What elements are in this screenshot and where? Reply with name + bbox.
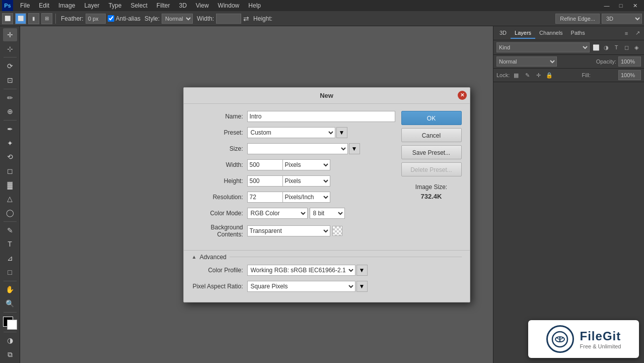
width-combo: Pixels [247, 159, 395, 170]
bg-contents-select[interactable]: Transparent [247, 225, 330, 236]
tool-marquee-col[interactable]: ▮ [28, 13, 39, 24]
tool-mask[interactable]: ◑ [3, 334, 17, 347]
name-row: Name: [192, 111, 395, 122]
tool-gradient[interactable]: ▓ [3, 178, 17, 192]
tool-hand[interactable]: ✋ [3, 283, 17, 296]
size-select[interactable] [247, 143, 348, 154]
preset-dropdown-btn[interactable]: ▼ [336, 127, 347, 138]
filegit-name: FileGit [580, 329, 621, 343]
image-size-value: 732.4K [401, 193, 462, 200]
bit-depth-select[interactable]: 8 bit [310, 208, 345, 219]
tool-text[interactable]: T [3, 238, 17, 251]
anti-alias-checkbox[interactable] [108, 15, 114, 22]
menu-window[interactable]: Window [214, 1, 244, 10]
menu-select[interactable]: Select [126, 1, 151, 10]
height-label: Height: [253, 15, 272, 22]
3d-mode-select[interactable]: 3D [602, 14, 642, 24]
menu-type[interactable]: Type [104, 1, 125, 10]
tool-heal[interactable]: ⊕ [3, 105, 17, 118]
ps-logo: Ps [2, 0, 13, 11]
feather-input[interactable] [86, 14, 106, 24]
tool-marquee-rect[interactable]: ⬜ [2, 13, 13, 24]
bg-combo: Transparent [247, 225, 342, 236]
tool-marquee-active[interactable]: ⬜ [15, 13, 26, 24]
advanced-header[interactable]: ▲ Advanced [192, 254, 462, 261]
style-select[interactable]: Normal [162, 14, 193, 24]
swap-icon[interactable]: ⇄ [243, 15, 249, 23]
menu-view[interactable]: View [192, 1, 213, 10]
tool-screen[interactable]: ⧉ [3, 348, 17, 361]
refine-edge-button[interactable]: Refine Edge... [555, 14, 600, 24]
tool-pen[interactable]: ✎ [3, 224, 17, 237]
ok-button[interactable]: OK [401, 111, 462, 125]
tool-options[interactable]: ⊞ [41, 13, 52, 24]
resolution-unit-select[interactable]: Pixels/Inch [282, 192, 330, 203]
color-boxes[interactable] [3, 317, 17, 330]
tool-stamp[interactable]: ✦ [3, 137, 17, 150]
maximize-button[interactable]: □ [614, 0, 628, 11]
filter-smart-icon[interactable]: ◈ [632, 43, 641, 52]
tool-select[interactable]: ⊹ [3, 42, 17, 55]
menu-image[interactable]: Image [54, 1, 79, 10]
color-profile-select[interactable]: Working RGB: sRGB IEC61966-2.1 [247, 265, 355, 276]
menu-edit[interactable]: Edit [35, 1, 53, 10]
tool-move[interactable]: ✛ [3, 28, 17, 41]
width-row: Width: Pixels [192, 159, 395, 170]
dialog-body: Name: Preset: Custom ▼ Size: [184, 104, 470, 250]
minimize-button[interactable]: — [600, 0, 614, 11]
close-button[interactable]: ✕ [628, 0, 642, 11]
filegit-icon [546, 325, 574, 353]
tool-blur[interactable]: △ [3, 193, 17, 206]
tool-zoom[interactable]: 🔍 [3, 297, 17, 310]
background-color[interactable] [7, 320, 17, 330]
name-input[interactable] [247, 111, 395, 122]
save-preset-button[interactable]: Save Preset... [401, 145, 462, 159]
preset-select[interactable]: Custom [247, 127, 335, 138]
tool-crop[interactable]: ⊡ [3, 74, 17, 87]
tool-brush[interactable]: ✒ [3, 123, 17, 136]
menu-file[interactable]: File [16, 1, 34, 10]
tool-sep-4 [4, 221, 17, 222]
color-mode-select[interactable]: RGB Color [247, 208, 308, 219]
size-dropdown-btn[interactable]: ▼ [349, 143, 360, 154]
dialog-close-button[interactable]: ✕ [458, 91, 467, 100]
tool-sep-6 [4, 312, 17, 313]
menu-bar: Ps File Edit Image Layer Type Select Fil… [0, 0, 644, 11]
color-profile-dropdown[interactable]: ▼ [356, 265, 368, 276]
pixel-aspect-select[interactable]: Square Pixels [247, 281, 355, 292]
tool-eraser[interactable]: ◻ [3, 164, 17, 177]
panel-collapse-icon[interactable]: ↗ [633, 29, 642, 38]
bg-swatch[interactable] [332, 226, 342, 236]
menu-3d[interactable]: 3D [175, 1, 190, 10]
width-unit-select[interactable]: Pixels [282, 159, 330, 170]
width-label: Width: [197, 15, 214, 22]
bg-contents-label: Background Contents: [192, 224, 247, 238]
tool-shape[interactable]: □ [3, 266, 17, 279]
height-unit-select[interactable]: Pixels [282, 175, 330, 187]
tool-sep-3 [4, 120, 17, 120]
preset-row: Preset: Custom ▼ [192, 127, 395, 138]
menu-help[interactable]: Help [244, 1, 265, 10]
menu-layer[interactable]: Layer [80, 1, 103, 10]
cancel-button[interactable]: Cancel [401, 128, 462, 142]
delete-preset-button[interactable]: Delete Preset... [401, 162, 462, 176]
width-input[interactable] [247, 159, 282, 170]
dialog-form: Name: Preset: Custom ▼ Size: [192, 111, 395, 243]
tool-eyedropper[interactable]: ✏ [3, 91, 17, 104]
tool-history[interactable]: ⟲ [3, 150, 17, 163]
size-label: Size: [192, 145, 247, 152]
resolution-input[interactable] [247, 192, 282, 203]
dialog-title: New [320, 92, 333, 99]
anti-alias-label: Anti-alias [116, 15, 140, 22]
new-document-dialog: New ✕ Name: Preset: Custom ▼ [183, 87, 470, 302]
tool-lasso[interactable]: ⟳ [3, 59, 17, 73]
height-input[interactable] [247, 175, 282, 187]
tool-dodge[interactable]: ◯ [3, 206, 17, 219]
tool-path[interactable]: ⊿ [3, 252, 17, 265]
tool-sep-1 [4, 57, 17, 57]
advanced-section: ▲ Advanced Color Profile: Working RGB: s… [184, 250, 470, 302]
bg-contents-row: Background Contents: Transparent [192, 224, 395, 238]
menu-filter[interactable]: Filter [153, 1, 174, 10]
pixel-aspect-dropdown[interactable]: ▼ [356, 281, 368, 292]
width-field[interactable] [216, 14, 241, 24]
